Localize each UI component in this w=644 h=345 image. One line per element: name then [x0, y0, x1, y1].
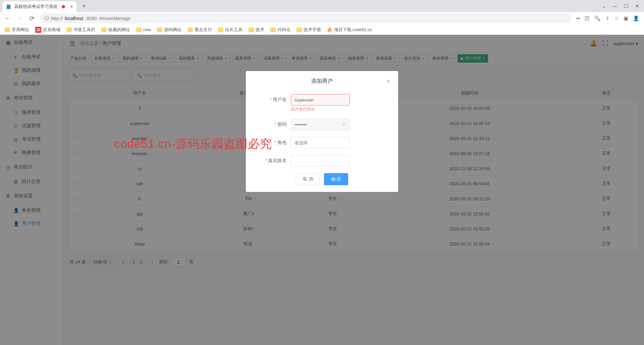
browser-chrome: 📘 高校培训考试学习系统 × + ⌄ — ☐ ✕ ← → ⟳ ⓘ http://… [0, 0, 644, 35]
browser-tab[interactable]: 📘 高校培训考试学习系统 × [3, 1, 76, 12]
bookmark-item[interactable]: 书签工具栏 [66, 27, 95, 33]
address-bar: ← → ⟳ ⓘ http://localhost:8080/#/userMana… [0, 12, 644, 25]
realname-input[interactable] [291, 155, 350, 166]
bookmark-item[interactable]: 🔥项目下载:code51.cn [327, 27, 372, 33]
modal-overlay[interactable]: 添加用户 × *用户名 用户名已存在 *密码 👁 *角色 [0, 35, 644, 345]
ok-button[interactable]: 确 定 [324, 173, 348, 185]
tab-close-icon[interactable]: × [70, 4, 73, 10]
bookmark-item[interactable]: 收藏的网址 [101, 27, 130, 33]
username-input[interactable] [291, 94, 350, 106]
search-icon[interactable]: 🔍 [594, 15, 601, 21]
modal-title: 添加用户 [311, 78, 333, 85]
bookmark-item[interactable]: 聚合支付 [187, 27, 212, 33]
reload-button[interactable]: ⟳ [28, 14, 36, 23]
panel-icon[interactable]: ▣ [624, 15, 628, 21]
username-error: 用户名已存在 [291, 107, 390, 112]
bookmark-item[interactable]: JD京东商城 [35, 27, 60, 33]
bookmark-item[interactable]: 技术 [249, 27, 264, 33]
role-select[interactable] [291, 137, 350, 148]
bookmark-item[interactable]: 站长工具 [218, 27, 243, 33]
close-window-icon[interactable]: ✕ [635, 3, 639, 9]
bookmark-item[interactable]: new [136, 27, 151, 32]
camera-icon[interactable]: ▪▪ [576, 15, 580, 21]
bookmark-item[interactable]: 代码仓 [270, 27, 290, 33]
key-icon[interactable]: ⚿ [585, 15, 590, 21]
password-input[interactable] [291, 119, 350, 130]
tab-favicon: 📘 [6, 4, 11, 9]
new-tab-button[interactable]: + [79, 1, 89, 11]
forward-button: → [15, 14, 24, 23]
minimize-icon[interactable]: — [613, 3, 618, 9]
browser-tab-bar: 📘 高校培训考试学习系统 × + ⌄ — ☐ ✕ [0, 0, 644, 12]
chevron-down-icon[interactable]: ⌄ [602, 3, 606, 9]
bookmarks-bar: 常用网址JD京东商城书签工具栏收藏的网址new源码网站聚合支付站长工具技术代码仓… [0, 25, 644, 35]
share-icon[interactable]: ⇪ [605, 15, 610, 21]
app-root: ▦在线考试⌃✈在线考试🏆我的成绩▤我的题库⚙考试管理⌃◷题库管理☰试题管理▤考试… [0, 35, 644, 345]
bookmark-item[interactable]: 常用网址 [5, 27, 29, 33]
bookmark-item[interactable]: 源码网站 [157, 27, 181, 33]
eye-icon[interactable]: 👁 [342, 122, 346, 127]
close-icon[interactable]: × [386, 78, 390, 85]
profile-icon[interactable]: 👤 [633, 15, 639, 21]
url-input[interactable]: ⓘ http://localhost:8080/#/userManage [40, 13, 572, 23]
star-icon[interactable]: ☆ [614, 15, 619, 21]
recording-icon [62, 5, 65, 8]
cancel-button[interactable]: 取 消 [296, 173, 320, 185]
back-button[interactable]: ← [3, 14, 12, 23]
bookmark-item[interactable]: 技术手册 [297, 27, 321, 33]
maximize-icon[interactable]: ☐ [624, 3, 629, 9]
tab-title: 高校培训考试学习系统 [14, 4, 58, 10]
add-user-modal: 添加用户 × *用户名 用户名已存在 *密码 👁 *角色 [246, 71, 398, 192]
info-icon[interactable]: ⓘ [44, 15, 49, 21]
